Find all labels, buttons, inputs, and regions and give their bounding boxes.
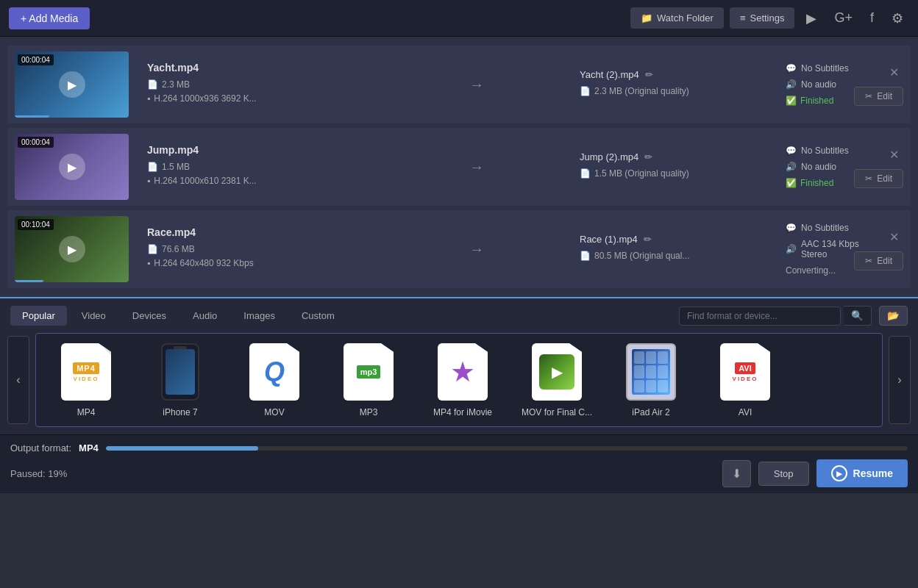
output-info-yacht: Yacht (2).mp4 ✏ 📄 2.3 MB (Original quali… — [572, 69, 778, 100]
play-button[interactable]: ▶ — [59, 236, 85, 262]
edit-button[interactable]: ✂ Edit — [854, 251, 903, 270]
format-item-mp3[interactable]: mp3 MP3 — [324, 337, 413, 423]
status-text: Finished — [800, 96, 833, 106]
scissors-icon: ✂ — [865, 256, 872, 266]
output-file-icon: 📄 — [580, 251, 591, 261]
output-name: Jump (2).mp4 ✏ — [580, 151, 771, 162]
arrow-race: → — [381, 241, 572, 258]
thumbnail-jump[interactable]: 00:00:04 ▶ — [15, 134, 129, 200]
play-button[interactable]: ▶ — [59, 154, 85, 180]
file-info-race: Race.mp4 📄 76.6 MB ▪ H.264 640x480 932 K… — [140, 226, 381, 272]
format-item-imovie[interactable]: ★ MP4 for iMovie — [419, 337, 507, 423]
play-button[interactable]: ▶ — [59, 71, 85, 98]
folder-icon: 📁 — [641, 12, 652, 24]
output-size: 📄 2.3 MB (Original quality) — [580, 86, 771, 96]
search-icon-button[interactable]: 🔍 — [844, 306, 872, 326]
file-size: 📄 1.5 MB — [147, 162, 374, 172]
subtitle-row[interactable]: 💬 No Subtitles — [786, 63, 867, 74]
format-search-input[interactable] — [679, 306, 841, 326]
remove-button[interactable]: ✕ — [885, 64, 903, 81]
thumbnail-time: 00:00:04 — [18, 137, 54, 148]
save-icon: ⬇ — [732, 467, 741, 480]
thumbnail-race[interactable]: 00:10:04 ▶ — [15, 216, 129, 282]
output-format-label: Output format: — [10, 442, 71, 453]
audio-icon: 🔊 — [786, 162, 797, 172]
format-item-mov[interactable]: Q MOV — [230, 337, 319, 423]
output-name: Yacht (2).mp4 ✏ — [580, 69, 771, 80]
tab-audio[interactable]: Audio — [181, 306, 229, 326]
bottom-actions: Paused: 19% ⬇ Stop ▶ Resume — [10, 459, 908, 487]
iphone7-icon — [151, 343, 210, 401]
output-name: Race (1).mp4 ✏ — [580, 234, 771, 245]
stop-button[interactable]: Stop — [758, 462, 809, 486]
subtitle-icon: 💬 — [786, 223, 797, 233]
stop-label: Stop — [774, 468, 794, 479]
folder-icon-button[interactable]: 📂 — [879, 306, 908, 326]
audio-icon: 🔊 — [786, 244, 797, 254]
format-label-iphone7: iPhone 7 — [163, 407, 197, 417]
bottom-bar: Output format: MP4 Paused: 19% ⬇ Stop ▶ … — [0, 434, 918, 493]
scissors-icon: ✂ — [865, 173, 872, 184]
codec-icon: ▪ — [147, 93, 150, 104]
format-item-fcp[interactable]: ▶ MOV for Final C... — [513, 337, 601, 423]
mp3-icon: mp3 — [339, 343, 398, 401]
file-icon: 📄 — [147, 162, 158, 172]
format-label-avi: AVI — [739, 407, 752, 417]
resume-button[interactable]: ▶ Resume — [816, 459, 908, 487]
remove-button[interactable]: ✕ — [885, 146, 903, 163]
output-size: 📄 80.5 MB (Original qual... — [580, 251, 771, 261]
tab-custom[interactable]: Custom — [290, 306, 346, 326]
mov-icon: Q — [245, 343, 304, 401]
tab-video[interactable]: Video — [70, 306, 118, 326]
edit-pencil-icon[interactable]: ✏ — [644, 234, 652, 245]
file-size: 📄 2.3 MB — [147, 79, 374, 90]
output-info-jump: Jump (2).mp4 ✏ 📄 1.5 MB (Original qualit… — [572, 151, 778, 182]
tab-devices[interactable]: Devices — [121, 306, 178, 326]
thumbnail-time: 00:00:04 — [18, 54, 54, 65]
mp4-icon: MP4 VIDEO — [57, 343, 115, 401]
youtube-icon-button[interactable]: ▶ — [800, 7, 822, 29]
format-item-avi[interactable]: AVI VIDEO AVI — [701, 337, 789, 423]
format-label-mov: MOV — [264, 407, 284, 417]
save-output-button[interactable]: ⬇ — [722, 460, 751, 487]
carousel-prev-button[interactable]: ‹ — [7, 336, 29, 424]
actions-yacht: ✕ ✂ Edit — [874, 64, 903, 106]
output-format-row: Output format: MP4 — [10, 442, 908, 453]
audio-label: No audio — [801, 79, 836, 90]
edit-pencil-icon[interactable]: ✏ — [644, 151, 652, 162]
format-item-iphone7[interactable]: iPhone 7 — [136, 337, 224, 423]
top-bar: + Add Media 📁 Watch Folder ≡ Settings ▶ … — [0, 0, 918, 37]
carousel-next-button[interactable]: › — [889, 336, 911, 424]
watch-folder-button[interactable]: 📁 Watch Folder — [630, 7, 724, 29]
format-label-ipad: iPad Air 2 — [632, 407, 669, 417]
subtitle-label: No Subtitles — [801, 223, 849, 233]
check-icon: ✅ — [786, 178, 797, 188]
status-text: Finished — [800, 178, 833, 188]
tab-images[interactable]: Images — [232, 306, 287, 326]
settings-button[interactable]: ≡ Settings — [730, 7, 795, 29]
tab-popular[interactable]: Popular — [10, 306, 67, 326]
file-codec: ▪ H.264 640x480 932 Kbps — [147, 258, 374, 268]
remove-button[interactable]: ✕ — [885, 229, 903, 245]
gear-settings-icon-button[interactable]: ⚙ — [886, 7, 909, 29]
file-codec: ▪ H.264 1000x936 3692 K... — [147, 93, 374, 104]
format-label-fcp: MOV for Final C... — [522, 407, 592, 417]
add-media-button[interactable]: + Add Media — [9, 7, 90, 29]
edit-button[interactable]: ✂ Edit — [854, 169, 903, 188]
arrow-jump: → — [381, 159, 572, 176]
format-item-mp4[interactable]: MP4 VIDEO MP4 — [42, 337, 130, 423]
edit-pencil-icon[interactable]: ✏ — [645, 69, 653, 80]
thumbnail-yacht[interactable]: 00:00:04 ▶ — [15, 51, 129, 118]
progress-bar — [106, 446, 908, 451]
google-plus-icon-button[interactable]: G+ — [828, 7, 858, 29]
imovie-icon: ★ — [433, 343, 492, 401]
edit-button[interactable]: ✂ Edit — [854, 87, 903, 106]
arrow-yacht: → — [381, 76, 572, 93]
audio-icon: 🔊 — [786, 79, 797, 90]
output-file-icon: 📄 — [580, 86, 591, 96]
subtitle-row[interactable]: 💬 No Subtitles — [786, 223, 867, 233]
fcp-icon: ▶ — [527, 343, 586, 401]
format-item-ipad[interactable]: iPad Air 2 — [607, 337, 695, 423]
facebook-icon-button[interactable]: f — [864, 7, 880, 29]
subtitle-row[interactable]: 💬 No Subtitles — [786, 146, 867, 156]
